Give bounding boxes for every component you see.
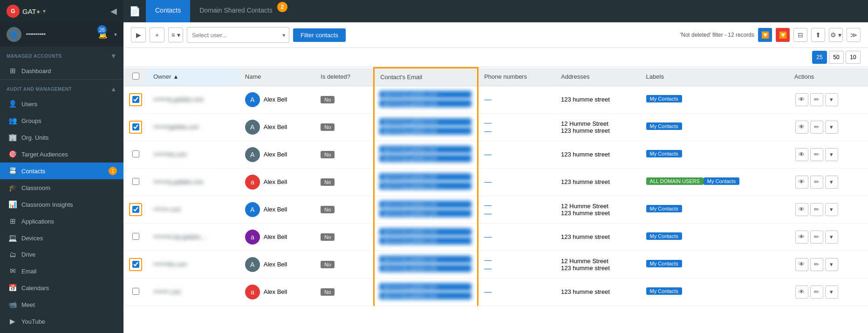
sidebar-item-drive[interactable]: 🗂 Drive	[0, 246, 123, 263]
row-checkbox-wrapper-6[interactable]	[129, 258, 142, 271]
deleted-badge: No	[321, 206, 335, 213]
view-button[interactable]: 👁	[795, 93, 808, 106]
filter-clear-icon-button[interactable]: 🔽	[776, 28, 790, 42]
filter-active-icon-button[interactable]: 🔽	[758, 28, 772, 42]
more-actions-button[interactable]: ▾	[825, 121, 838, 134]
deleted-badge: No	[321, 178, 335, 186]
actions-cell: 👁✏▾	[789, 251, 868, 278]
sidebar-item-email[interactable]: ✉ Email	[0, 263, 123, 279]
more-actions-button[interactable]: ▾	[825, 203, 838, 216]
contacts-badge: 1	[109, 167, 117, 175]
classroom-insights-icon: 📊	[8, 200, 17, 209]
actions-cell: 👁✏▾	[789, 86, 868, 113]
sidebar-item-user-logins[interactable]: 🔑 User Logins	[0, 330, 123, 333]
row-checkbox-3[interactable]	[132, 178, 139, 185]
view-button[interactable]: 👁	[795, 203, 808, 216]
more-button[interactable]: ≫	[847, 28, 861, 42]
row-checkbox-0[interactable]	[132, 96, 139, 103]
play-button[interactable]: ▶	[131, 27, 146, 42]
actions-cell: 👁✏▾	[789, 141, 868, 168]
sidebar-item-groups[interactable]: 👥 Groups	[0, 112, 123, 129]
app-dropdown-icon[interactable]: ▾	[43, 8, 46, 14]
sidebar-item-users[interactable]: 👤 Users	[0, 95, 123, 112]
row-checkbox-6[interactable]	[132, 261, 139, 268]
sidebar-item-classroom[interactable]: 🎓 Classroom	[0, 179, 123, 196]
select-all-checkbox[interactable]	[132, 73, 139, 80]
row-checkbox-5[interactable]	[132, 233, 139, 240]
sidebar-item-youtube[interactable]: ▶ YouTube	[0, 313, 123, 330]
view-button[interactable]: 👁	[795, 231, 808, 244]
edit-button[interactable]: ✏	[810, 231, 823, 244]
edit-button[interactable]: ✏	[810, 285, 823, 299]
sidebar-item-org-units[interactable]: 🏢 Org. Units	[0, 129, 123, 146]
view-button[interactable]: 👁	[795, 148, 808, 161]
actions-cell: 👁✏▾	[789, 168, 868, 196]
more-actions-button[interactable]: ▾	[825, 285, 838, 299]
view-button[interactable]: 👁	[795, 285, 808, 299]
edit-button[interactable]: ✏	[810, 148, 823, 161]
contact-name-cell: aAlex Bell	[245, 175, 309, 190]
sidebar-item-applications[interactable]: ⊞ Applications	[0, 213, 123, 230]
view-button[interactable]: 👁	[795, 121, 808, 134]
more-actions-button[interactable]: ▾	[825, 148, 838, 161]
label-badge: My Contacts	[646, 150, 682, 157]
page-size-25-button[interactable]: 25	[812, 51, 827, 64]
tab-domain-shared-contacts[interactable]: Domain Shared Contacts	[190, 0, 281, 22]
row-checkbox-wrapper-0[interactable]	[129, 93, 142, 106]
table-row: ••••••••p.gatlabs.comaAlex BellNoale••••…	[123, 168, 868, 196]
label-badge: My Contacts	[646, 232, 682, 240]
page-size-50-button[interactable]: 50	[829, 51, 844, 64]
settings-button[interactable]: ⚙ ▾	[829, 28, 843, 42]
label-badge: My Contacts	[646, 95, 682, 102]
select-user-input[interactable]	[187, 27, 289, 43]
more-actions-button[interactable]: ▾	[825, 176, 838, 189]
app-logo[interactable]: G GAT+ ▾	[7, 5, 46, 18]
audit-label[interactable]: AUDIT AND MANAGEMENT ▲	[0, 80, 123, 95]
phone-cell: —	[478, 223, 555, 251]
edit-button[interactable]: ✏	[810, 176, 823, 189]
row-checkbox-1[interactable]	[132, 123, 139, 130]
menu-button[interactable]: ≡ ▾	[168, 27, 183, 42]
filter-contacts-button[interactable]: Filter contacts	[293, 28, 346, 42]
view-button[interactable]: 👁	[795, 258, 808, 271]
sidebar-item-meet[interactable]: 📹 Meet	[0, 296, 123, 313]
target-audiences-icon: 🎯	[8, 150, 17, 158]
row-checkbox-7[interactable]	[132, 288, 139, 295]
classroom-icon: 🎓	[8, 183, 17, 192]
sidebar-item-classroom-insights[interactable]: 📊 Classroom Insights	[0, 196, 123, 213]
page-size-10-button[interactable]: 10	[846, 51, 861, 64]
contact-avatar: A	[245, 120, 260, 135]
col-phone: Phone numbers	[478, 68, 555, 86]
contact-email-cell: ale•••••v.bp.gatlabs.comale•••••v.bp.gat…	[374, 223, 478, 251]
export-button[interactable]: ⬆	[811, 28, 825, 42]
row-checkbox-4[interactable]	[132, 206, 139, 213]
table-row: ••••••••rv.bp.gatlabs....aAlex BellNoale…	[123, 223, 868, 251]
step-badge: 2	[277, 2, 287, 12]
row-checkbox-2[interactable]	[132, 150, 139, 157]
edit-button[interactable]: ✏	[810, 203, 823, 216]
row-checkbox-wrapper-1[interactable]	[129, 121, 142, 134]
sidebar-item-calendars[interactable]: 📅 Calendars	[0, 279, 123, 296]
user-menu-chevron-icon[interactable]: ▾	[114, 31, 117, 38]
columns-toggle-button[interactable]: ⊟	[793, 28, 807, 42]
managed-accounts-label[interactable]: MANAGED ACCOUNTS ▼	[0, 47, 123, 62]
add-button[interactable]: +	[150, 27, 164, 42]
edit-button[interactable]: ✏	[810, 93, 823, 106]
more-actions-button[interactable]: ▾	[825, 93, 838, 106]
row-checkbox-wrapper-4[interactable]	[129, 203, 142, 216]
collapse-sidebar-button[interactable]: ◀	[110, 6, 117, 16]
contact-avatar: A	[245, 92, 260, 107]
sidebar-item-contacts[interactable]: 📇 Contacts 1	[0, 163, 123, 179]
tab-contacts[interactable]: Contacts	[146, 0, 190, 22]
owner-email: ••••••••bs.com	[153, 151, 187, 158]
deleted-badge: No	[321, 261, 335, 268]
more-actions-button[interactable]: ▾	[825, 231, 838, 244]
view-button[interactable]: 👁	[795, 176, 808, 189]
sidebar-item-dashboard[interactable]: ⊞ Dashboard	[0, 62, 123, 79]
sidebar-item-devices[interactable]: 💻 Devices	[0, 230, 123, 246]
label-badge: My Contacts	[646, 122, 682, 130]
sidebar-item-target-audiences[interactable]: 🎯 Target Audiences	[0, 146, 123, 163]
edit-button[interactable]: ✏	[810, 258, 823, 271]
more-actions-button[interactable]: ▾	[825, 258, 838, 271]
edit-button[interactable]: ✏	[810, 121, 823, 134]
